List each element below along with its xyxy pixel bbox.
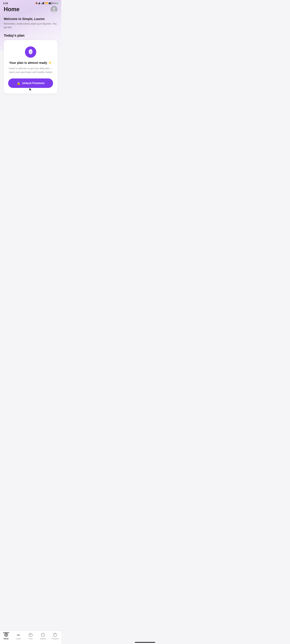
svg-rect-0: [38, 3, 39, 4]
lock-icon: 🔒: [17, 81, 20, 85]
welcome-subtitle: Remember, small actions stack up to big …: [4, 22, 57, 29]
charging-indicator: [57, 3, 58, 4]
battery-indicator: 54%: [49, 2, 58, 4]
signal-icon: [38, 2, 41, 4]
wifi-icon: 📶: [45, 2, 48, 4]
welcome-title: Welcome to Simple, Lauren: [4, 17, 57, 21]
welcome-section: Welcome to Simple, Lauren Remember, smal…: [4, 17, 57, 29]
svg-point-13: [53, 8, 55, 10]
svg-rect-1: [39, 3, 39, 4]
page-header: Home: [4, 6, 57, 13]
signal-icon-2: [42, 2, 45, 4]
svg-rect-10: [52, 3, 53, 4]
status-time: 3:15: [3, 2, 8, 4]
status-icons: 🔕 📶: [35, 2, 58, 4]
unlock-button-label: Unlock Premium: [22, 82, 44, 85]
page-title: Home: [4, 6, 19, 12]
svg-rect-6: [43, 2, 43, 4]
svg-rect-4: [42, 3, 42, 4]
avo-icon: [25, 46, 36, 58]
mute-icon: 🔕: [35, 2, 38, 4]
svg-text:📶: 📶: [45, 2, 48, 4]
main-content: Home Welcome to Simple, Lauren Remember,…: [0, 6, 61, 113]
plan-card: Your plan is almost ready ⚡ Check in wit…: [4, 40, 57, 94]
avatar[interactable]: [50, 6, 57, 13]
battery-text: 54%: [53, 2, 56, 4]
svg-rect-3: [40, 2, 41, 4]
plan-card-description: Check in with Avo to get your daily plan…: [8, 66, 53, 74]
svg-rect-11: [49, 3, 51, 4]
section-title: Today's plan: [4, 34, 57, 38]
svg-rect-5: [42, 3, 43, 4]
svg-rect-2: [39, 2, 40, 4]
plan-card-title: Your plan is almost ready ⚡: [9, 61, 52, 64]
status-bar: 3:15 🔕 📶: [0, 0, 61, 6]
unlock-premium-button[interactable]: 🔒 Unlock Premium: [8, 78, 53, 88]
svg-point-17: [30, 51, 31, 52]
svg-rect-7: [44, 2, 44, 4]
